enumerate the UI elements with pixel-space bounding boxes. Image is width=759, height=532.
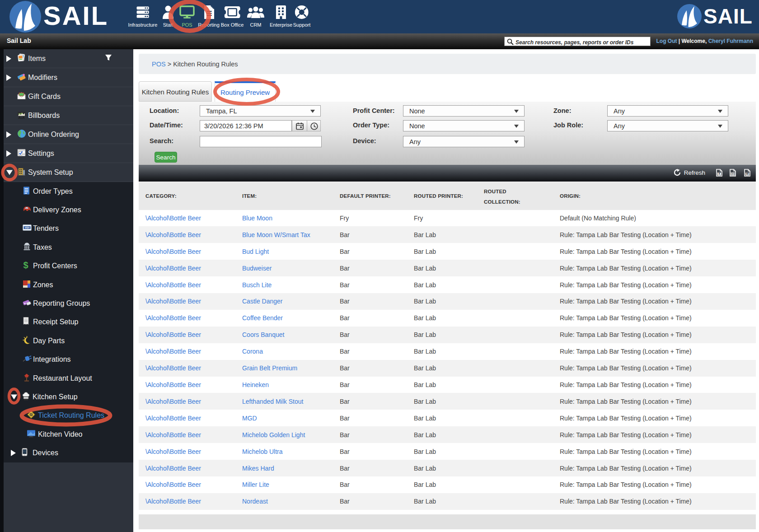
svg-text:CSV: CSV <box>731 173 735 175</box>
svg-text:X: X <box>718 172 721 175</box>
svg-text:$: $ <box>23 261 28 270</box>
svg-text:VISA: VISA <box>25 227 30 229</box>
svg-text:W: W <box>746 172 749 175</box>
